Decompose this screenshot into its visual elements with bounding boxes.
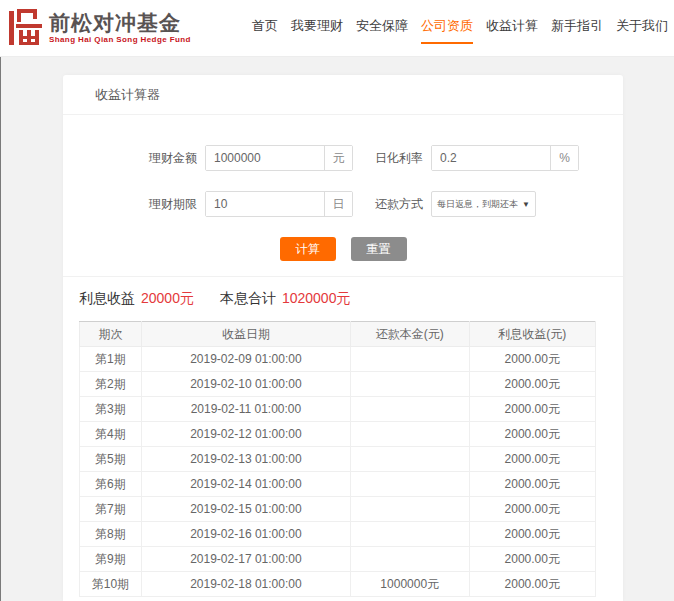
nav-item-security[interactable]: 安全保障 — [356, 17, 408, 44]
repay-method-select[interactable]: 每日返息，到期还本 ▼ — [431, 191, 536, 217]
table-row: 第7期2019-02-15 01:00:002000.00元 — [80, 497, 596, 522]
header-date: 收益日期 — [141, 322, 350, 347]
table-cell: 2019-02-14 01:00:00 — [141, 472, 350, 497]
table-cell: 2019-02-18 01:00:00 — [141, 572, 350, 597]
chevron-down-icon: ▼ — [522, 200, 530, 209]
table-cell: 2000.00元 — [469, 547, 595, 572]
table-cell: 第3期 — [80, 397, 142, 422]
repay-field: 还款方式 每日返息，到期还本 ▼ — [375, 191, 536, 217]
period-field: 理财期限 日 — [149, 191, 353, 217]
table-cell — [350, 447, 469, 472]
interest-result: 利息收益 20000元 — [79, 290, 194, 308]
table-cell: 2019-02-17 01:00:00 — [141, 547, 350, 572]
interest-label: 利息收益 — [79, 290, 135, 308]
total-label: 本息合计 — [220, 290, 276, 308]
table-row: 第10期2019-02-18 01:00:001000000元2000.00元 — [80, 572, 596, 597]
header-interest: 利息收益(元) — [469, 322, 595, 347]
table-cell — [350, 472, 469, 497]
table-cell: 第6期 — [80, 472, 142, 497]
table-cell: 第8期 — [80, 522, 142, 547]
table-cell: 2000.00元 — [469, 472, 595, 497]
table-cell — [350, 522, 469, 547]
nav-item-company-qualification[interactable]: 公司资质 — [421, 17, 473, 44]
amount-unit: 元 — [324, 146, 352, 170]
panel-title: 收益计算器 — [63, 75, 623, 115]
button-row: 计算 重置 — [63, 237, 623, 261]
table-cell — [350, 547, 469, 572]
form-row-1: 理财金额 元 日化利率 % — [149, 145, 623, 171]
nav-item-home[interactable]: 首页 — [252, 17, 278, 44]
table-cell: 第10期 — [80, 572, 142, 597]
table-row: 第3期2019-02-11 01:00:002000.00元 — [80, 397, 596, 422]
brand-logo[interactable]: 前松对冲基金 Shang Hai Qian Song Hedge Fund — [8, 8, 191, 48]
table-cell: 2019-02-11 01:00:00 — [141, 397, 350, 422]
table-cell: 2000.00元 — [469, 447, 595, 472]
amount-label: 理财金额 — [149, 150, 197, 167]
table-cell: 第1期 — [80, 347, 142, 372]
table-cell — [350, 397, 469, 422]
brand-subtitle: Shang Hai Qian Song Hedge Fund — [49, 36, 191, 44]
table-cell: 2019-02-12 01:00:00 — [141, 422, 350, 447]
header-principal: 还款本金(元) — [350, 322, 469, 347]
table-cell — [350, 372, 469, 397]
table-cell: 2019-02-10 01:00:00 — [141, 372, 350, 397]
interest-value: 20000元 — [141, 290, 194, 308]
table-cell: 2019-02-15 01:00:00 — [141, 497, 350, 522]
site-header: 前松对冲基金 Shang Hai Qian Song Hedge Fund 首页… — [0, 0, 674, 57]
header-period: 期次 — [80, 322, 142, 347]
table-cell — [350, 347, 469, 372]
calculate-button[interactable]: 计算 — [280, 237, 336, 261]
amount-input[interactable] — [206, 146, 324, 170]
period-unit: 日 — [324, 192, 352, 216]
table-cell: 2000.00元 — [469, 397, 595, 422]
brand-seal-icon — [8, 8, 44, 48]
nav-item-about-us[interactable]: 关于我们 — [616, 17, 668, 44]
rate-input[interactable] — [432, 146, 550, 170]
table-cell: 第4期 — [80, 422, 142, 447]
results-summary: 利息收益 20000元 本息合计 1020000元 — [63, 277, 623, 319]
table-cell: 2000.00元 — [469, 497, 595, 522]
page-body: 收益计算器 理财金额 元 日化利率 % — [0, 57, 674, 601]
total-result: 本息合计 1020000元 — [220, 290, 351, 308]
nav-item-profit-calc[interactable]: 收益计算 — [486, 17, 538, 44]
nav-item-invest[interactable]: 我要理财 — [291, 17, 343, 44]
table-header-row: 期次 收益日期 还款本金(元) 利息收益(元) — [80, 322, 596, 347]
repayment-schedule-table: 期次 收益日期 还款本金(元) 利息收益(元) 第1期2019-02-09 01… — [79, 321, 596, 597]
table-cell: 2000.00元 — [469, 572, 595, 597]
table-cell: 2019-02-09 01:00:00 — [141, 347, 350, 372]
table-row: 第9期2019-02-17 01:00:002000.00元 — [80, 547, 596, 572]
main-nav: 首页 我要理财 安全保障 公司资质 收益计算 新手指引 关于我们 — [252, 13, 668, 44]
rate-unit: % — [550, 146, 578, 170]
table-cell — [350, 497, 469, 522]
calculator-panel: 收益计算器 理财金额 元 日化利率 % — [63, 75, 623, 601]
nav-item-beginner-guide[interactable]: 新手指引 — [551, 17, 603, 44]
table-cell: 第2期 — [80, 372, 142, 397]
table-cell: 2019-02-16 01:00:00 — [141, 522, 350, 547]
rate-label: 日化利率 — [375, 150, 423, 167]
repay-label: 还款方式 — [375, 196, 423, 213]
table-row: 第1期2019-02-09 01:00:002000.00元 — [80, 347, 596, 372]
table-row: 第8期2019-02-16 01:00:002000.00元 — [80, 522, 596, 547]
table-cell — [350, 422, 469, 447]
repay-method-value: 每日返息，到期还本 — [437, 198, 518, 211]
calculator-form: 理财金额 元 日化利率 % 理财期限 — [63, 115, 623, 277]
schedule-table-body: 第1期2019-02-09 01:00:002000.00元第2期2019-02… — [80, 347, 596, 597]
period-input[interactable] — [206, 192, 324, 216]
period-label: 理财期限 — [149, 196, 197, 213]
brand-title: 前松对冲基金 — [49, 12, 191, 33]
table-row: 第6期2019-02-14 01:00:002000.00元 — [80, 472, 596, 497]
total-value: 1020000元 — [282, 290, 351, 308]
form-row-2: 理财期限 日 还款方式 每日返息，到期还本 ▼ — [149, 191, 623, 217]
table-row: 第5期2019-02-13 01:00:002000.00元 — [80, 447, 596, 472]
table-cell: 第9期 — [80, 547, 142, 572]
table-cell: 第5期 — [80, 447, 142, 472]
reset-button[interactable]: 重置 — [351, 237, 407, 261]
table-cell: 1000000元 — [350, 572, 469, 597]
table-cell: 第7期 — [80, 497, 142, 522]
table-row: 第4期2019-02-12 01:00:002000.00元 — [80, 422, 596, 447]
table-cell: 2000.00元 — [469, 347, 595, 372]
table-row: 第2期2019-02-10 01:00:002000.00元 — [80, 372, 596, 397]
table-cell: 2019-02-13 01:00:00 — [141, 447, 350, 472]
table-cell: 2000.00元 — [469, 422, 595, 447]
amount-field: 理财金额 元 — [149, 145, 353, 171]
